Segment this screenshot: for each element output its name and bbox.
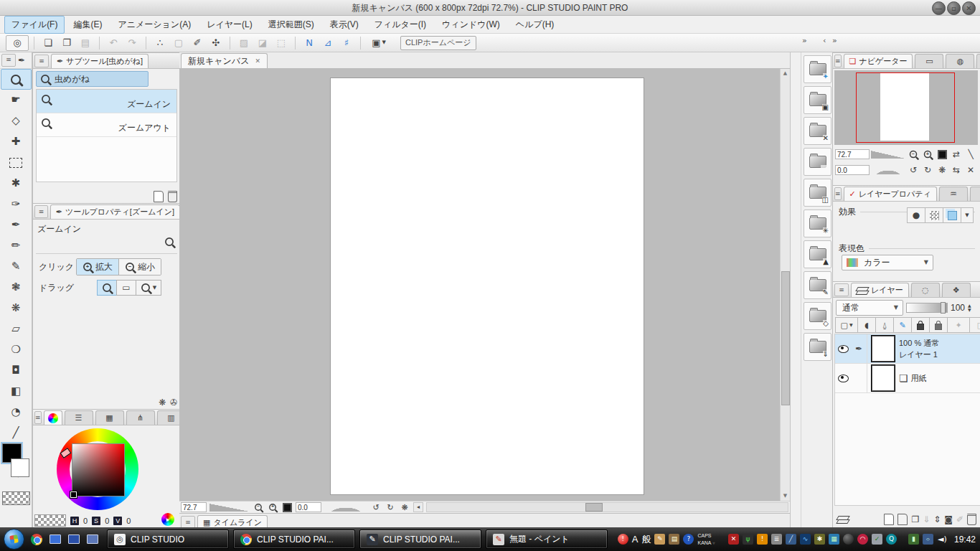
rotate-right-icon[interactable] <box>921 164 934 176</box>
display-settings-icon[interactable] <box>829 534 839 545</box>
layer-row-paper[interactable]: 用紙 <box>835 364 980 393</box>
layer-property-tab[interactable]: レイヤープロパティ <box>844 187 937 201</box>
opacity-slider-handle[interactable] <box>941 302 946 314</box>
snap-ruler-button[interactable] <box>301 35 318 51</box>
tool-property-menu-icon[interactable] <box>34 205 48 218</box>
subtool-panel-tab[interactable]: サブツール[虫めがね] <box>51 54 149 68</box>
taskbar-button-clip-paint[interactable]: CLIP STUDIO PAI... <box>359 529 481 549</box>
sphere-app-icon[interactable] <box>843 534 854 545</box>
nav-zoom-in-button[interactable]: + <box>921 149 934 160</box>
reset-view-icon[interactable] <box>964 164 977 176</box>
graphics-utility-icon[interactable] <box>800 534 811 545</box>
set-drawing-color-button[interactable] <box>947 317 970 333</box>
shield-gear-icon[interactable] <box>814 534 825 545</box>
tool-assist-tab[interactable] <box>970 187 980 201</box>
merge-down-icon[interactable] <box>923 515 930 524</box>
canvas-document[interactable] <box>330 77 644 495</box>
material-folder-effect[interactable] <box>804 209 831 237</box>
new-folder-icon[interactable] <box>911 515 919 524</box>
horizontal-scrollbar[interactable] <box>426 502 788 512</box>
quick-launch-remote[interactable] <box>67 534 80 545</box>
menu-selection[interactable]: 選択範囲(S) <box>261 16 321 34</box>
material-folder-star[interactable] <box>804 55 831 83</box>
pen-tablet-status-icon[interactable] <box>618 534 628 545</box>
decoration-tool[interactable] <box>1 298 32 319</box>
zoom-out-option-button[interactable]: − 縮小 <box>119 259 161 275</box>
quick-launch-display[interactable] <box>86 534 99 545</box>
screen-settings-button[interactable] <box>366 35 392 51</box>
tone-effect-button[interactable] <box>925 207 943 223</box>
fill-area-button[interactable] <box>254 35 271 51</box>
paper-thumbnail[interactable] <box>872 365 895 391</box>
frame-border-tool[interactable] <box>1 402 32 423</box>
reset-rotation-button[interactable] <box>399 502 410 512</box>
ime-toolbox-icon[interactable] <box>669 534 679 545</box>
maximize-button[interactable] <box>947 1 961 15</box>
border-effect-button[interactable] <box>907 207 925 223</box>
rotation-input[interactable]: 0.0 <box>296 502 321 512</box>
quick-launch-explorer[interactable] <box>49 534 62 545</box>
new-file-button[interactable] <box>39 35 57 51</box>
expand-selection-button[interactable] <box>207 35 225 51</box>
delete-layer-trash-icon[interactable] <box>967 514 976 525</box>
hand-tool[interactable] <box>1 90 32 110</box>
subview-tab[interactable] <box>915 54 943 68</box>
material-folder-picture[interactable] <box>804 240 831 268</box>
pen-tool[interactable] <box>1 215 32 235</box>
navigator-rotation-slider[interactable] <box>871 166 905 174</box>
reset-default-icon[interactable] <box>159 398 166 407</box>
navigator-zoom-input[interactable]: 72.7 <box>835 149 870 159</box>
redo-button[interactable] <box>123 35 141 51</box>
search-q-icon[interactable] <box>886 534 897 545</box>
update-warning-icon[interactable] <box>757 534 768 545</box>
notes-icon[interactable] <box>771 534 782 545</box>
zoom-out-button[interactable]: − <box>253 502 264 512</box>
subtool-group-magnifier[interactable]: 虫めがね <box>36 71 149 87</box>
layer-mask-icon[interactable] <box>944 515 953 524</box>
navigator-rotation-input[interactable]: 0.0 <box>835 165 870 175</box>
gradient-tool[interactable] <box>1 381 32 402</box>
item-bank-tab[interactable] <box>946 54 974 68</box>
effect-more-button[interactable] <box>961 207 974 223</box>
zoom-percent-input[interactable]: 72.7 <box>181 502 207 512</box>
close-button[interactable] <box>962 1 976 15</box>
view-rotate-tool[interactable] <box>1 110 32 131</box>
menu-window[interactable]: ウィンドウ(W) <box>435 16 507 34</box>
flip-diagonal-icon[interactable] <box>964 149 977 160</box>
delete-subtool-trash-icon[interactable] <box>168 191 177 202</box>
layer-visible-eye-icon[interactable] <box>838 375 849 382</box>
vertical-scroll-thumb[interactable] <box>781 271 790 405</box>
antivirus-icon[interactable] <box>857 534 868 545</box>
menu-filter[interactable]: フィルター(I) <box>367 16 433 34</box>
blend-tool[interactable] <box>1 339 32 360</box>
new-layer-icon[interactable] <box>884 514 894 525</box>
transparent-swatch[interactable] <box>34 514 66 527</box>
zoom-slider[interactable] <box>209 504 250 512</box>
layer-name[interactable]: レイヤー 1 <box>899 349 939 361</box>
clip-to-layer-button[interactable] <box>857 317 876 333</box>
tablet-check-icon[interactable] <box>872 534 882 545</box>
drag-zoom-loupe-button[interactable] <box>136 280 161 296</box>
battery-icon[interactable] <box>908 534 919 545</box>
material-folder-panel[interactable] <box>804 179 831 207</box>
layer-property-menu-icon[interactable] <box>834 187 842 200</box>
collapse-chevron-icon[interactable] <box>823 37 826 44</box>
flip-view-icon[interactable] <box>950 164 963 176</box>
create-subtool-icon[interactable] <box>154 191 164 202</box>
auto-select-tool[interactable] <box>1 173 32 194</box>
undo-button[interactable] <box>105 35 122 51</box>
material-folder-download[interactable] <box>804 333 831 361</box>
subtool-item-zoom-out[interactable]: ズームアウト <box>37 113 176 137</box>
canvas-work-area[interactable] <box>179 69 790 501</box>
layer-panel-tab[interactable]: レイヤー <box>851 283 909 297</box>
ime-input-mode[interactable]: A <box>632 534 639 545</box>
apply-mask-icon[interactable] <box>956 515 963 524</box>
drag-zoom-slide-button[interactable] <box>97 280 117 296</box>
drag-zoom-area-button[interactable] <box>116 280 136 296</box>
menu-edit[interactable]: 編集(E) <box>66 16 109 34</box>
intermediate-color-tab[interactable] <box>126 410 155 425</box>
menu-file[interactable]: ファイル(F) <box>4 16 65 34</box>
animation-cel-tab[interactable] <box>939 187 968 201</box>
snap-special-ruler-button[interactable] <box>319 35 336 51</box>
taskbar-clock[interactable]: 19:42 <box>954 534 976 545</box>
